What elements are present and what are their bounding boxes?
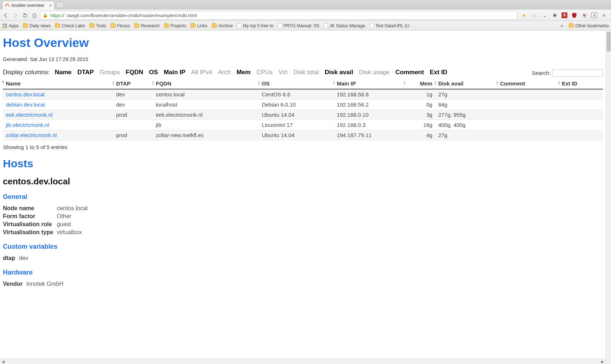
horizontal-scrollbar[interactable]: ◀ ▶ <box>0 359 606 364</box>
cell-name: zoltar.electricmonk.nl <box>3 130 113 140</box>
th-extid-label: Ext ID <box>562 80 578 87</box>
kv-value: guest <box>57 220 90 228</box>
column-toggle-os[interactable]: OS <box>149 69 158 76</box>
bookmark-item[interactable]: JK Status Manage <box>324 23 365 28</box>
bookmark-item[interactable]: Daily news <box>23 23 51 28</box>
ext-identity-icon[interactable]: I <box>591 12 597 18</box>
bookmark-item[interactable]: PRTG Manual: SS <box>278 23 319 28</box>
apps-button[interactable]: Apps <box>2 23 19 28</box>
hscroll-right-icon[interactable]: ▶ <box>600 359 605 364</box>
back-button[interactable] <box>2 12 9 19</box>
th-comment[interactable]: ▲▼Comment <box>497 78 559 89</box>
column-toggle-diskusage[interactable]: Disk usage <box>359 69 390 76</box>
hscroll-left-icon[interactable]: ◀ <box>1 359 5 364</box>
kv-key: Virtualisation role <box>3 220 57 228</box>
search-input[interactable] <box>552 69 603 77</box>
column-toggle-mem[interactable]: Mem <box>236 69 251 76</box>
kv-value: Other <box>57 212 90 220</box>
vertical-scrollbar[interactable] <box>606 31 611 364</box>
column-toggle-dtap[interactable]: DTAP <box>77 69 94 76</box>
column-toggle-allipv4[interactable]: All IPv4 <box>191 69 212 76</box>
column-toggle-cpus[interactable]: CPUs <box>256 69 272 76</box>
bookmark-item[interactable]: My top 5 free to <box>237 23 273 28</box>
ext-scriptsafe-icon[interactable]: S <box>562 12 567 18</box>
host-link[interactable]: eek.electricmonk.nl <box>6 112 52 118</box>
th-mainip[interactable]: ▲▼Main IP <box>334 78 404 89</box>
table-row: centos.dev.localdevcentos.localCentOS 6.… <box>3 89 603 100</box>
host-link[interactable]: jib.electricmonk.nl <box>6 122 49 128</box>
column-toggle-fqdn[interactable]: FQDN <box>126 69 143 76</box>
vertical-scrollbar-thumb[interactable] <box>607 32 611 52</box>
cell-diskavail: 27g <box>435 89 497 100</box>
folder-icon <box>111 24 116 28</box>
folder-icon <box>212 24 217 28</box>
host-link[interactable]: centos.dev.local <box>6 91 44 97</box>
column-toggle-mainip[interactable]: Main IP <box>164 69 185 76</box>
cell-mem: 0g <box>404 100 435 110</box>
tab-title: Ansible overview <box>11 3 44 8</box>
ext-star-icon[interactable]: ★ <box>521 12 527 19</box>
bookmark-item[interactable]: Check Later <box>55 23 85 28</box>
th-mainip-label: Main IP <box>337 80 356 87</box>
th-name-label: Name <box>6 80 21 87</box>
th-diskavail[interactable]: ▲▼Disk avail <box>435 78 497 89</box>
cell-name: eek.electricmonk.nl <box>3 110 113 120</box>
th-mem[interactable]: ▲▼Mem <box>404 78 435 89</box>
hosts-table: ▲Name ▲▼DTAP ▲▼FQDN ▲▼OS ▲▼Main IP ▲▼Mem… <box>3 78 603 140</box>
browser-tab[interactable]: Ansible overview ✕ <box>2 1 55 9</box>
bookmarks-overflow[interactable]: » <box>559 23 564 28</box>
bookmark-item[interactable]: Research <box>134 23 159 28</box>
display-columns-label: Display columns: <box>3 69 50 76</box>
column-toggle-name[interactable]: Name <box>55 69 72 76</box>
cell-os: Debian 6.0.10 <box>259 100 334 110</box>
kv-value: innotek GmbH <box>26 280 65 288</box>
host-link[interactable]: zoltar.electricmonk.nl <box>6 132 57 138</box>
ext-bookmark-icon[interactable]: ☆ <box>531 12 538 19</box>
new-tab-button[interactable] <box>56 1 64 8</box>
cell-comment <box>497 130 559 140</box>
bookmark-item[interactable]: Links <box>191 23 207 28</box>
column-toggle-disktotal[interactable]: Disk total <box>293 69 319 76</box>
th-dtap[interactable]: ▲▼DTAP <box>113 78 153 89</box>
column-toggle-comment[interactable]: Comment <box>395 69 424 76</box>
cell-mem: 16g <box>404 120 435 130</box>
folder-icon <box>164 24 169 28</box>
bookmark-item[interactable]: Archive <box>212 23 233 28</box>
column-toggle-groups[interactable]: Groups <box>100 69 120 76</box>
url-protocol: https:// <box>50 13 64 18</box>
ext-settings-icon[interactable]: ✱ <box>551 12 558 19</box>
home-button[interactable] <box>31 12 38 19</box>
ext-ublock-icon[interactable] <box>571 12 578 19</box>
address-bar[interactable]: 🔒 https://rawgit.com/fboender/ansible-cm… <box>40 11 517 20</box>
ext-pocket-icon[interactable]: ⌄ <box>541 12 548 19</box>
hosts-section-title: Hosts <box>3 157 608 170</box>
column-toggle-virt[interactable]: Virt <box>279 69 288 76</box>
table-row: zoltar.electricmonk.nlprodzoltar-new.mel… <box>3 130 603 140</box>
column-toggle-diskavail[interactable]: Disk avail <box>325 69 353 76</box>
chrome-menu-icon[interactable]: ≡ <box>601 12 607 19</box>
cell-mainip: 194.187.79.11 <box>334 130 404 140</box>
th-name[interactable]: ▲Name <box>3 78 113 89</box>
th-extid[interactable]: ▲▼Ext ID <box>559 78 603 89</box>
page-icon <box>370 23 374 28</box>
column-toggle-extid[interactable]: Ext ID <box>430 69 447 76</box>
kv-value: centos.local <box>57 204 90 212</box>
bookmark-item[interactable]: Test Data/URL (U <box>370 23 410 28</box>
bookmark-item[interactable]: Flusso <box>111 23 130 28</box>
bookmark-item[interactable]: Tools <box>89 23 106 28</box>
column-toggle-arch[interactable]: Arch <box>218 69 231 76</box>
general-table: Node namecentos.localForm factorOtherVir… <box>3 204 90 236</box>
bookmark-label: Check Later <box>61 23 85 28</box>
cell-extid <box>559 89 603 100</box>
th-fqdn[interactable]: ▲▼FQDN <box>153 78 259 89</box>
th-os[interactable]: ▲▼OS <box>259 78 334 89</box>
host-link[interactable]: debian.dev.local <box>6 101 45 108</box>
svg-rect-0 <box>3 24 4 25</box>
forward-button[interactable] <box>12 12 19 19</box>
bookmark-item[interactable]: Projects <box>164 23 186 28</box>
reload-button[interactable] <box>21 12 28 19</box>
ext-ghost-icon[interactable]: 👻 <box>581 12 588 19</box>
tab-close-icon[interactable]: ✕ <box>49 3 52 8</box>
other-bookmarks[interactable]: Other bookmarks <box>569 23 609 28</box>
folder-icon <box>55 24 60 28</box>
